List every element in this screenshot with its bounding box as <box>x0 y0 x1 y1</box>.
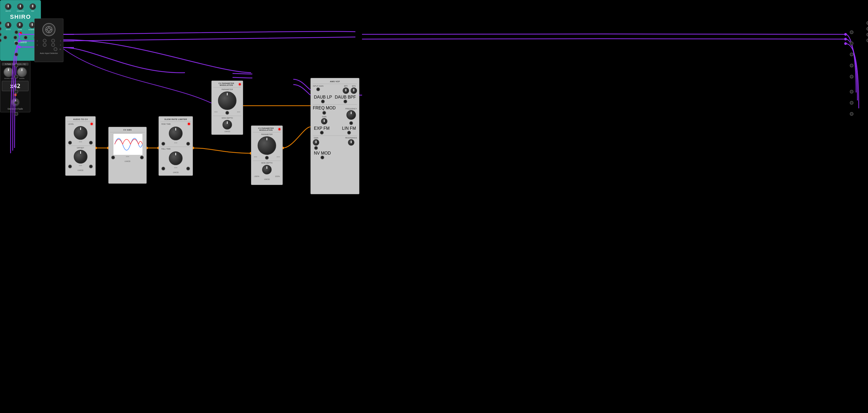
ams-nv-mod-jack[interactable] <box>320 156 324 159</box>
right-rack-jack-3[interactable] <box>850 53 854 56</box>
xfade-in-2[interactable] <box>0 27 2 31</box>
cv-abs-port-label: >>> <box>126 156 129 159</box>
slew-rise-in[interactable] <box>161 142 165 146</box>
ais-port-2-in[interactable] <box>43 43 46 47</box>
slew-fall-label: FALL TIME <box>160 148 191 150</box>
xfade-signal-ab-knob[interactable] <box>3 67 13 77</box>
left-rack-jack-6[interactable] <box>14 90 18 94</box>
ams-gain-1-label: GAIN <box>322 116 327 118</box>
slew-fall-in[interactable] <box>161 167 165 170</box>
left-rack-jack-4[interactable] <box>14 64 18 67</box>
auto-input-selector-module: 1 1 2 2 M Auto Input Selector <box>34 19 63 62</box>
ais-port-1-in[interactable] <box>43 39 46 42</box>
ams-input-jack[interactable] <box>316 88 320 91</box>
xfade-in-3[interactable] <box>0 33 2 36</box>
cv-param-mod-2-param-knob[interactable] <box>258 136 276 155</box>
cv-abs-title: CV ABS <box>110 129 145 131</box>
ams-out-jack[interactable] <box>349 121 353 125</box>
ams-freq-mod-jack[interactable] <box>322 111 326 115</box>
left-rack-jack-8[interactable] <box>14 112 18 116</box>
ams-daub-bpf-jack[interactable] <box>343 100 347 103</box>
ais-port-1-out[interactable] <box>51 39 55 42</box>
ams-lin-fm-jack[interactable] <box>347 131 351 134</box>
shiroverb-mix-label: MIX <box>31 10 34 12</box>
audio-to-cv-level-knob[interactable] <box>74 126 88 140</box>
ams-gain-2-knob[interactable] <box>313 139 319 146</box>
cv-param-mod-2-led <box>279 128 280 130</box>
shiroverb-ratio-label: RATIO <box>6 29 10 30</box>
cv-param-mod-1-jack[interactable] <box>225 111 229 115</box>
shiroverb-tune-knob[interactable] <box>17 22 23 28</box>
xfade-shape-label: SHAPE <box>19 78 25 79</box>
xfade-in-4[interactable] <box>0 39 2 42</box>
shiroverb-out-l[interactable] <box>24 36 28 39</box>
cv-param-mod-1-param-label: PARAMETER <box>213 89 241 90</box>
ams-daub-bpf-label: DAUB BPF <box>335 95 356 100</box>
xfade-out-4[interactable] <box>866 39 868 42</box>
audio-to-cv-level-label: LEVEL <box>68 123 74 125</box>
cv-param-mod-1-param-knob[interactable] <box>218 91 237 110</box>
slew-port-1: >>> <box>174 142 177 146</box>
left-rack-jack-7[interactable] <box>14 101 18 105</box>
ais-port-m-in[interactable] <box>54 47 57 51</box>
xfade-out-1[interactable] <box>866 21 868 25</box>
audio-to-cv-offset-jack[interactable] <box>68 165 72 168</box>
shiroverb-ratio-knob[interactable] <box>5 22 11 28</box>
ams-bpf-knob[interactable] <box>343 88 349 94</box>
cv-abs-module: CV ABS >>> ⊙MOD <box>108 127 147 184</box>
slew-fall-out[interactable] <box>186 167 190 170</box>
cv-param-mod-1-depth-knob[interactable] <box>222 120 232 129</box>
audio-to-cv-main-out-jack[interactable] <box>89 165 93 168</box>
shiroverb-in-l[interactable] <box>3 36 7 39</box>
right-rack-jack-6[interactable] <box>850 90 854 94</box>
slew-rise-out[interactable] <box>186 142 190 146</box>
xfade-in-1[interactable] <box>0 21 2 25</box>
ams-exp-fm-jack[interactable] <box>320 131 324 134</box>
xfade-out-3[interactable] <box>866 33 868 36</box>
right-rack-jack-5[interactable] <box>850 75 854 78</box>
right-rack-jack-1[interactable] <box>850 30 854 34</box>
slew-fall-knob[interactable] <box>169 151 183 165</box>
ams-freq-mod-label: FREQ MOD <box>313 106 336 110</box>
cv-abs-logo: ⊙MOD <box>110 160 145 162</box>
left-rack-jack-3[interactable] <box>14 53 18 56</box>
audio-to-cv-logo: ⊙MOD <box>67 169 94 171</box>
xfade-shape-knob[interactable] <box>17 67 27 77</box>
cv-param-mod-2-jack[interactable] <box>265 156 269 160</box>
left-rack-jack-2[interactable] <box>14 41 18 45</box>
cv-param-mod-1-port-in: <<< <box>214 111 217 115</box>
audio-to-cv-in-jack[interactable] <box>68 141 72 145</box>
right-rack-jack-4[interactable] <box>850 64 854 67</box>
cv-param-mod-2-title: CV PARAMETER MODULATION <box>253 127 279 131</box>
cv-param-mod-2-port-out: >>> <box>277 156 280 160</box>
slew-rise-knob[interactable] <box>169 127 183 140</box>
ams-gain-2-label: GAIN <box>314 137 318 139</box>
audio-to-cv-offset-knob[interactable] <box>74 150 88 164</box>
right-rack-jack-2[interactable] <box>850 41 854 45</box>
shiroverb-decay-knob[interactable] <box>5 3 11 10</box>
right-rack-jack-7[interactable] <box>850 101 854 105</box>
cv-abs-out-jack[interactable] <box>140 156 144 159</box>
ams-gain-2-jack[interactable] <box>314 146 318 150</box>
left-rack-jack-1[interactable] <box>14 30 18 34</box>
shiroverb-damping-knob[interactable] <box>17 3 24 10</box>
cv-param-mod-2-depth-knob[interactable] <box>262 165 272 174</box>
ams-resonance-knob[interactable] <box>348 139 354 146</box>
left-rack-jack-5[interactable] <box>14 75 18 78</box>
cv-param-mod-2-module: CV PARAMETER MODULATION PARAMETER <<< >>… <box>251 126 283 185</box>
cv-abs-in-jack[interactable] <box>111 156 115 159</box>
audio-to-cv-out-jack[interactable] <box>89 141 93 145</box>
right-rack-jack-8[interactable] <box>850 112 854 116</box>
ais-port-2-out[interactable] <box>51 43 55 47</box>
ams-daub-lp-jack[interactable] <box>321 100 325 103</box>
ams-bps-knob[interactable] <box>351 88 357 94</box>
shiroverb-mix-knob[interactable] <box>30 3 36 10</box>
svg-point-3 <box>844 33 847 36</box>
xfade-signal-ab-label: SIGNAL A/B <box>4 78 13 79</box>
ams-frequency-knob[interactable] <box>346 110 356 120</box>
shiroverb-subtitle: Shiroverb <box>2 40 38 43</box>
ais-port-1-out-label: 1 <box>60 40 61 42</box>
xfade-out-2[interactable] <box>866 27 868 31</box>
ais-port-m-label: M <box>59 49 61 50</box>
ams-gain-1-knob[interactable] <box>321 118 328 124</box>
